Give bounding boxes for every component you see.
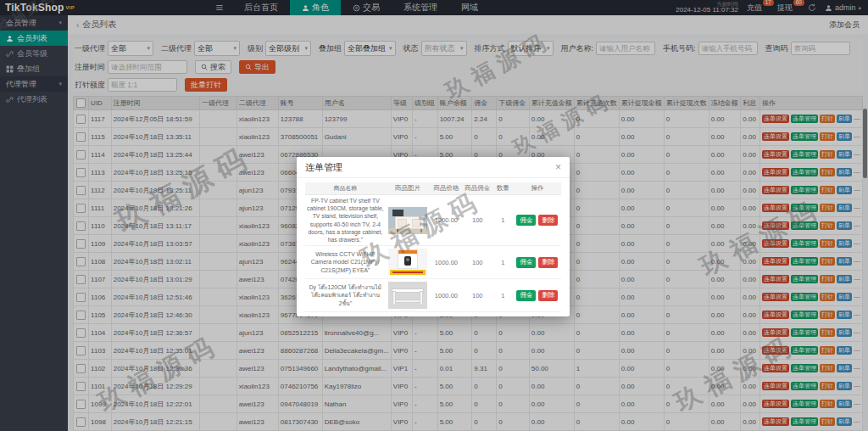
modal-title: 连单管理 (305, 161, 342, 174)
product-name: Dy โต๊ะ120CM โต๊ะทำงานไม้ โต๊ะคอมพิวเตอร… (305, 282, 386, 309)
modal-column-header: 商品佣金 (463, 182, 492, 194)
product-name: FP-TV cabinet TV shelf TV cabinet 190CM,… (305, 195, 386, 245)
commission-button[interactable]: 佣金 (516, 257, 536, 268)
delete-button[interactable]: 删除 (538, 215, 558, 226)
delete-button[interactable]: 删除 (538, 257, 558, 268)
product-commission: 100 (463, 257, 492, 268)
modal-column-header: 商品图片 (386, 182, 430, 194)
delete-button[interactable]: 删除 (538, 290, 558, 301)
modal-product-row: FP-TV cabinet TV shelf TV cabinet 190CM,… (305, 195, 561, 246)
commission-button[interactable]: 佣金 (516, 215, 536, 226)
product-actions: 佣金删除 (514, 213, 561, 227)
modal-table-header: 商品名称商品图片商品价格商品佣金数量操作 (305, 182, 561, 195)
tv-door (398, 219, 407, 227)
product-image (388, 207, 427, 234)
camera-body (404, 256, 411, 266)
desk-leg (392, 291, 396, 305)
chain-order-modal: 连单管理 × 商品名称商品图片商品价格商品佣金数量操作FP-TV cabinet… (297, 157, 570, 316)
camera-banner (390, 270, 426, 275)
modal-column-header: 商品名称 (305, 182, 386, 193)
modal-column-header: 商品价格 (430, 182, 463, 194)
close-icon[interactable]: × (555, 162, 561, 172)
commission-button[interactable]: 佣金 (516, 290, 536, 301)
product-actions: 佣金删除 (514, 255, 561, 270)
product-commission: 100 (463, 290, 492, 301)
modal-header: 连单管理 × (297, 157, 570, 178)
product-qty: 1 (492, 290, 514, 301)
modal-product-table: 商品名称商品图片商品价格商品佣金数量操作FP-TV cabinet TV she… (305, 182, 561, 312)
desk-shelf (395, 299, 420, 303)
product-price: 1000.00 (430, 215, 463, 226)
product-image-cell (386, 279, 430, 311)
camera-banner-text (392, 271, 423, 273)
modal-product-row: Dy โต๊ะ120CM โต๊ะทำงานไม้ โต๊ะคอมพิวเตอร… (305, 279, 561, 312)
modal-column-header: 操作 (514, 182, 561, 194)
camera-strip (398, 250, 417, 254)
tv-leg (420, 229, 422, 232)
tv-leg (397, 229, 398, 232)
product-image-cell (386, 246, 430, 278)
camera-lens (406, 258, 409, 261)
tv-door (412, 219, 421, 227)
product-price: 1000.00 (430, 257, 463, 268)
modal-product-row: Wireless CCTV WiFi IP Camera model C21(1… (305, 246, 561, 279)
desk-leg (420, 291, 423, 305)
product-image (388, 282, 427, 309)
product-name: Wireless CCTV WiFi IP Camera model C21(1… (305, 249, 386, 276)
camera-box (398, 249, 418, 269)
product-image (388, 249, 427, 276)
tv-screen (392, 210, 403, 216)
modal-column-header: 数量 (492, 182, 514, 194)
product-qty: 1 (492, 215, 514, 226)
modal-body: 商品名称商品图片商品价格商品佣金数量操作FP-TV cabinet TV she… (297, 178, 570, 316)
product-actions: 佣金删除 (514, 288, 561, 303)
product-commission: 100 (463, 215, 492, 226)
product-image-cell (386, 204, 430, 237)
product-qty: 1 (492, 257, 514, 268)
tv-cabinet-body (395, 216, 424, 229)
product-price: 1000.00 (430, 290, 463, 301)
